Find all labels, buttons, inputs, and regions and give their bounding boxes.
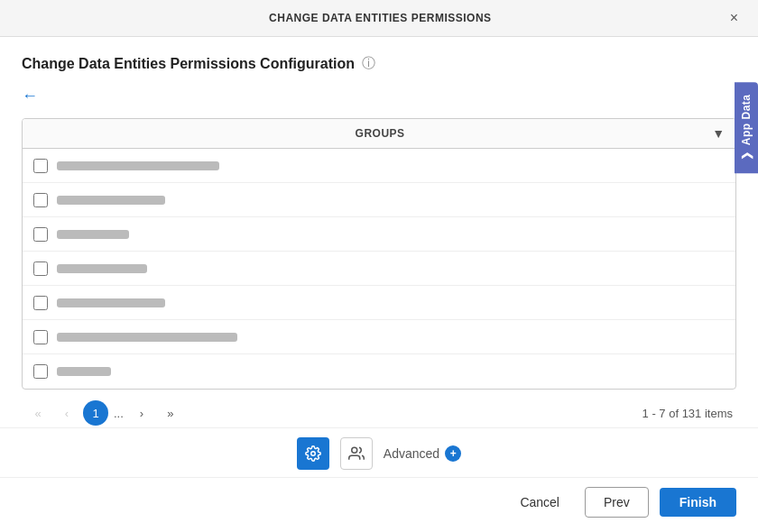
last-page-button[interactable]: » [158,400,183,426]
row-5-checkbox[interactable] [33,296,48,310]
gear-icon [305,445,321,462]
app-data-tab[interactable]: ❯ App Data [735,82,758,173]
table-row [23,183,735,217]
row-3-checkbox[interactable] [33,227,48,242]
modal-overlay: CHANGE DATA ENTITIES PERMISSIONS × ❯ App… [0,0,758,532]
table-row [23,320,735,354]
close-button[interactable]: × [725,9,744,27]
settings-toolbar-button[interactable] [297,437,329,470]
page-title: Change Data Entities Permissions Configu… [22,56,355,72]
filter-icon[interactable]: ▼ [712,126,725,141]
table-row [23,149,735,183]
modal-body: ❯ App Data Change Data Entities Permissi… [0,37,758,427]
footer-actions: Cancel Prev Finish [0,477,758,532]
prev-page-button[interactable]: ‹ [54,400,79,426]
row-6-label [57,333,237,342]
groups-column-header: GROUPS [55,127,705,140]
table-row [23,217,735,252]
table-row [23,252,735,286]
advanced-label-container: Advanced + [384,445,461,462]
first-page-button[interactable]: « [25,400,51,426]
pagination-ellipsis: ... [112,403,125,424]
table-row [23,354,735,389]
row-7-checkbox[interactable] [33,364,48,379]
info-icon[interactable]: ⓘ [362,55,375,72]
row-7-label [57,367,111,376]
next-page-button[interactable]: › [129,400,154,426]
app-data-label: App Data [740,95,753,146]
row-3-label [57,230,129,239]
row-2-label [57,196,165,205]
prev-button[interactable]: Prev [585,487,649,518]
plus-icon: + [450,447,457,460]
svg-point-0 [311,452,316,456]
row-4-checkbox[interactable] [33,261,48,276]
app-data-chevron-icon: ❯ [740,151,753,161]
svg-point-1 [352,447,357,453]
pagination-row: « ‹ 1 ... › » 1 - 7 of 131 items [22,390,736,426]
pagination-info: 1 - 7 of 131 items [642,407,733,420]
row-5-label [57,298,165,307]
row-1-checkbox[interactable] [33,159,48,173]
row-1-label [57,161,219,170]
row-2-checkbox[interactable] [33,193,48,207]
users-toolbar-button[interactable] [340,437,373,470]
page-1-button[interactable]: 1 [83,400,108,426]
table-header: GROUPS ▼ [23,119,735,149]
advanced-add-button[interactable]: + [445,445,461,462]
groups-table: GROUPS ▼ [22,118,736,390]
users-icon [348,445,365,462]
back-button[interactable]: ← [22,87,38,105]
page-title-row: Change Data Entities Permissions Configu… [22,55,736,72]
row-6-checkbox[interactable] [33,330,48,344]
modal-header: CHANGE DATA ENTITIES PERMISSIONS × [0,0,758,37]
footer-toolbar: Advanced + [0,427,758,477]
pagination-controls: « ‹ 1 ... › » [25,400,183,426]
table-rows-container [23,149,735,389]
row-4-label [57,264,147,273]
advanced-text: Advanced [384,446,439,461]
table-row [23,286,735,320]
cancel-button[interactable]: Cancel [505,488,574,517]
finish-button[interactable]: Finish [660,488,736,517]
modal-title: CHANGE DATA ENTITIES PERMISSIONS [36,12,725,24]
